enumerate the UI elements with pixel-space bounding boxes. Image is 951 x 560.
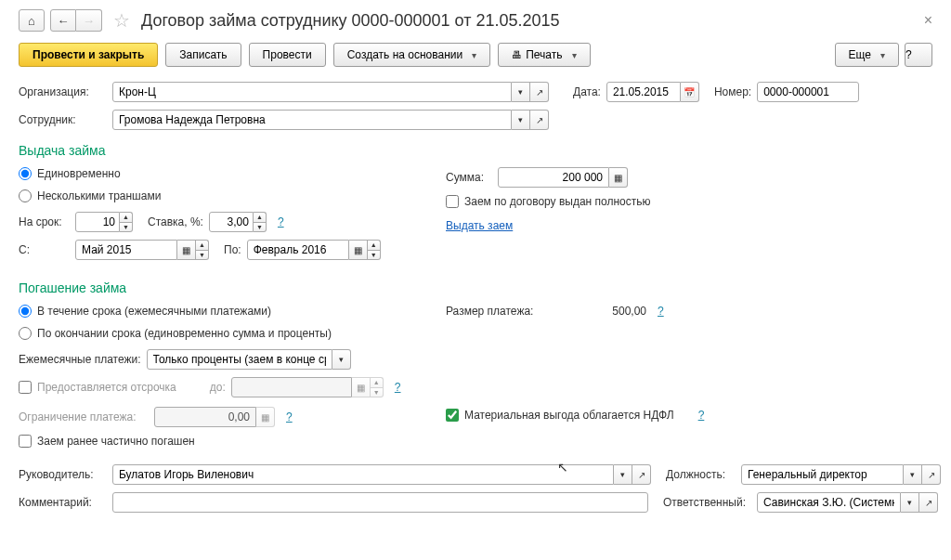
number-input[interactable]: [757, 82, 859, 102]
rate-down[interactable]: ▼: [254, 222, 267, 233]
number-label: Номер:: [714, 85, 751, 98]
term-input[interactable]: [75, 212, 120, 232]
responsible-label: Ответственный:: [663, 496, 751, 509]
monthly-dropdown[interactable]: [332, 349, 351, 370]
rate-input[interactable]: [209, 212, 254, 232]
term-down[interactable]: ▼: [120, 222, 133, 233]
favorite-icon[interactable]: ☆: [113, 9, 130, 32]
limit-label: Ограничение платежа:: [19, 410, 149, 423]
employee-dropdown[interactable]: [512, 110, 530, 130]
monthly-label: Ежемесячные платежи:: [19, 353, 141, 366]
payment-size-value: 500,00: [572, 305, 646, 318]
employee-input[interactable]: [112, 110, 512, 130]
partially-repaid-label: Заем ранее частично погашен: [37, 435, 195, 448]
term-label: На срок:: [19, 215, 70, 228]
home-button[interactable]: ⌂: [19, 9, 45, 32]
help-button[interactable]: ?: [905, 43, 932, 67]
to-up[interactable]: ▲: [368, 240, 381, 250]
employee-label: Сотрудник:: [19, 113, 107, 126]
limit-calc: ▦: [256, 407, 275, 427]
position-label: Должность:: [666, 468, 736, 481]
org-input[interactable]: [112, 82, 512, 102]
deferment-until-label: до:: [210, 381, 226, 394]
responsible-open[interactable]: [919, 492, 938, 513]
page-title: Договор займа сотруднику 0000-000001 от …: [141, 11, 560, 31]
responsible-input[interactable]: [757, 492, 901, 513]
to-input[interactable]: [247, 240, 349, 260]
deferment-label: Предоставляется отсрочка: [37, 381, 176, 394]
rate-help[interactable]: ?: [278, 215, 284, 228]
print-button[interactable]: Печать: [498, 43, 590, 67]
position-input[interactable]: [741, 464, 904, 485]
date-picker[interactable]: [681, 82, 699, 102]
ndfl-checkbox[interactable]: [446, 409, 459, 422]
limit-help[interactable]: ?: [286, 410, 293, 423]
forward-button[interactable]: →: [76, 9, 102, 32]
rate-up[interactable]: ▲: [254, 212, 267, 222]
post-close-button[interactable]: Провести и закрыть: [19, 43, 158, 67]
fully-issued-label: Заем по договору выдан полностью: [464, 195, 651, 208]
comment-input[interactable]: [112, 492, 648, 513]
issue-loan-link[interactable]: Выдать заем: [446, 219, 513, 232]
issue-once-label: Единовременно: [37, 167, 121, 180]
from-input[interactable]: [75, 240, 177, 260]
payment-size-help[interactable]: ?: [658, 305, 664, 318]
deferment-checkbox[interactable]: [19, 381, 32, 394]
date-label: Дата:: [573, 85, 601, 98]
back-button[interactable]: ←: [50, 9, 76, 32]
repay-during-label: В течение срока (ежемесячными платежами): [37, 305, 271, 318]
deferment-help[interactable]: ?: [395, 381, 401, 394]
org-label: Организация:: [19, 85, 107, 98]
comment-label: Комментарий:: [19, 496, 107, 509]
fully-issued-checkbox[interactable]: [446, 195, 459, 208]
post-button[interactable]: Провести: [249, 43, 326, 67]
employee-open[interactable]: [530, 110, 549, 130]
to-down[interactable]: ▼: [368, 250, 381, 261]
org-open[interactable]: [530, 82, 549, 102]
monthly-input[interactable]: [147, 349, 332, 370]
repay-end-label: По окончании срока (единовременно сумма …: [37, 327, 332, 340]
responsible-dropdown[interactable]: [901, 492, 919, 513]
sum-calc[interactable]: ▦: [609, 167, 628, 188]
repay-end-radio[interactable]: [19, 327, 32, 340]
create-based-button[interactable]: Создать на основании: [333, 43, 491, 67]
from-label: С:: [19, 243, 70, 256]
deferment-picker: [352, 377, 371, 397]
write-button[interactable]: Записать: [165, 43, 241, 67]
partially-repaid-checkbox[interactable]: [19, 435, 32, 448]
from-picker[interactable]: [177, 240, 196, 260]
manager-open[interactable]: [632, 464, 651, 485]
sum-label: Сумма:: [446, 171, 492, 184]
to-picker[interactable]: [349, 240, 368, 260]
printer-icon: [512, 48, 522, 61]
limit-input: [154, 407, 256, 427]
position-open[interactable]: [922, 464, 941, 485]
rate-label: Ставка, %:: [148, 215, 203, 228]
manager-label: Руководитель:: [19, 468, 107, 481]
deferment-until-input: [231, 377, 352, 397]
term-up[interactable]: ▲: [120, 212, 133, 222]
to-label: По:: [224, 243, 241, 256]
manager-dropdown[interactable]: [614, 464, 632, 485]
org-dropdown[interactable]: [512, 82, 530, 102]
ndfl-help[interactable]: ?: [698, 409, 705, 422]
issue-once-radio[interactable]: [19, 167, 32, 180]
loan-issue-title: Выдача займа: [19, 143, 932, 158]
issue-tranches-radio[interactable]: [19, 189, 32, 202]
date-input[interactable]: [606, 82, 681, 102]
from-up[interactable]: ▲: [196, 240, 209, 250]
position-dropdown[interactable]: [904, 464, 922, 485]
ndfl-label: Материальная выгода облагается НДФЛ: [464, 409, 674, 422]
from-down[interactable]: ▼: [196, 250, 209, 261]
issue-tranches-label: Несколькими траншами: [37, 189, 161, 202]
sum-input[interactable]: [498, 167, 609, 188]
repay-during-radio[interactable]: [19, 305, 32, 318]
more-button[interactable]: Еще: [835, 43, 899, 67]
repayment-title: Погашение займа: [19, 280, 932, 295]
manager-input[interactable]: [112, 464, 614, 485]
payment-size-label: Размер платежа:: [446, 305, 567, 318]
close-button[interactable]: ×: [924, 12, 932, 29]
